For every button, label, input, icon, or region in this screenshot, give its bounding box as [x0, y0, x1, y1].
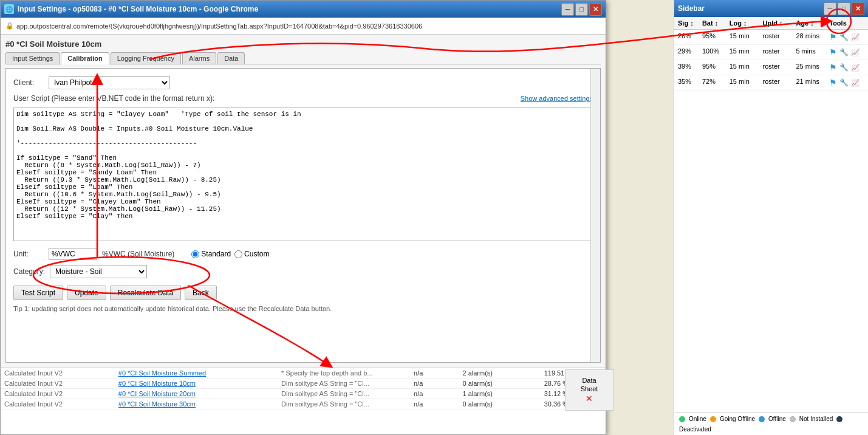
offline-label: Offline: [768, 416, 786, 422]
row2-name[interactable]: #0 *CI Soil Moisture 10cm: [115, 378, 278, 389]
unit-input[interactable]: [49, 248, 97, 260]
page-title: #0 *CI Soil Moisture 10cm: [5, 39, 601, 49]
row4-wrench-icon[interactable]: 🔧: [839, 78, 849, 87]
row1-name[interactable]: #0 *CI Soil Moisture Summed: [115, 368, 278, 378]
unit-display: %VWC (Soil Moisture): [102, 250, 174, 258]
calibration-panel: Client: Ivan Philpot User Script (Please…: [5, 68, 601, 363]
table-row: Calculated Input V2 #0 *CI Soil Moisture…: [1, 368, 606, 378]
unit-label: Unit:: [13, 250, 44, 258]
tab-calibration[interactable]: Calibration: [61, 52, 109, 64]
sidebar-spacer: [674, 91, 868, 413]
deactivated-label: Deactivated: [679, 426, 711, 433]
row4-script: Dim soiltype AS String = "Cl...: [278, 399, 410, 409]
window-title: Input Settings - op50083 - #0 *CI Soil M…: [18, 5, 258, 13]
tab-input-settings[interactable]: Input Settings: [5, 52, 60, 64]
category-label: Category:: [13, 267, 45, 276]
sidebar-title-bar: Sidebar ─ □ ✕: [674, 0, 868, 17]
row1-log: 15 min: [726, 31, 759, 43]
row1-flag-icon[interactable]: ⚑: [829, 32, 837, 42]
sidebar-col-headers: Sig ↕ Bat ↕ Log ↕ Upld ↕ Age ↕ Tools: [674, 17, 868, 30]
sidebar-row-2: 29% 100% 15 min roster 5 mins ⚑ 🔧 📈: [674, 45, 868, 60]
maximize-button[interactable]: □: [575, 3, 588, 16]
row4-age: 21 mins: [792, 77, 825, 89]
tab-alarms[interactable]: Alarms: [182, 52, 216, 64]
row4-type: Calculated Input V2: [1, 399, 115, 409]
row2-chart-icon[interactable]: 📈: [851, 49, 859, 57]
col-sig[interactable]: Sig ↕: [674, 18, 699, 28]
data-sheet-panel[interactable]: Data Sheet ✕: [565, 369, 613, 411]
col-log[interactable]: Log ↕: [726, 18, 759, 28]
col-tools: Tools: [825, 18, 868, 28]
tab-logging-frequency[interactable]: Logging Frequency: [111, 52, 181, 64]
row2-type: Calculated Input V2: [1, 378, 115, 389]
row3-chart-icon[interactable]: 📈: [851, 64, 859, 72]
table-row: Calculated Input V2 #0 *CI Soil Moisture…: [1, 389, 606, 399]
row3-flag-icon[interactable]: ⚑: [829, 63, 837, 72]
status-legend: Online Going Offline Offline Not Install…: [674, 413, 868, 435]
row2-script: Dim soiltype AS String = "Cl...: [278, 378, 410, 389]
row2-log: 15 min: [726, 46, 759, 58]
row2-sig: 29%: [674, 46, 699, 58]
row4-sig: 35%: [674, 77, 699, 89]
minimize-button[interactable]: ─: [561, 3, 574, 16]
going-offline-label: Going Offline: [720, 416, 755, 422]
sidebar-row-3: 39% 95% 15 min roster 25 mins ⚑ 🔧 📈: [674, 60, 868, 75]
row1-script: * Specify the top depth and b...: [278, 368, 410, 378]
row4-alarms: 0 alarm(s): [459, 399, 541, 409]
sidebar-minimize[interactable]: ─: [824, 2, 836, 15]
col-upld[interactable]: Upld ↕: [759, 18, 793, 28]
row4-name[interactable]: #0 *CI Soil Moisture 30cm: [115, 399, 278, 409]
radio-custom-input[interactable]: [234, 250, 242, 258]
radio-standard[interactable]: Standard: [191, 250, 231, 258]
right-sidebar: Sidebar ─ □ ✕ Sig ↕ Bat ↕ Log ↕ Upld ↕: [674, 0, 868, 435]
main-window: 🌐 Input Settings - op50083 - #0 *CI Soil…: [0, 0, 606, 435]
col-bat[interactable]: Bat ↕: [699, 18, 726, 28]
row2-wrench-icon[interactable]: 🔧: [839, 48, 849, 57]
row3-age: 25 mins: [792, 61, 825, 74]
radio-custom-label: Custom: [244, 250, 269, 258]
row4-flag-icon[interactable]: ⚑: [829, 78, 837, 87]
sidebar-close[interactable]: ✕: [852, 2, 864, 15]
row3-tools: ⚑ 🔧 📈: [825, 61, 868, 74]
row1-sig: 26%: [674, 31, 699, 43]
panel-scrollbar[interactable]: [590, 69, 600, 362]
close-button[interactable]: ✕: [589, 3, 602, 16]
recalculate-button[interactable]: Recalculate Data: [110, 286, 181, 300]
sidebar-maximize[interactable]: □: [838, 2, 850, 15]
category-select[interactable]: Moisture - Soil: [50, 265, 147, 278]
test-script-button[interactable]: Test Script: [13, 286, 63, 300]
script-textarea[interactable]: Dim soiltype AS String = "Clayey Loam" '…: [13, 108, 593, 241]
row3-wrench-icon[interactable]: 🔧: [839, 63, 849, 72]
address-bar: 🔒 app.outpostcentral.com/remote/(S(vkqro…: [1, 18, 606, 35]
tip-content: Tip 1: updating script does not automati…: [13, 305, 332, 312]
radio-custom[interactable]: Custom: [234, 250, 269, 258]
tab-data[interactable]: Data: [217, 52, 245, 64]
tip-text: Tip 1: updating script does not automati…: [13, 305, 593, 312]
data-table: Calculated Input V2 #0 *CI Soil Moisture…: [1, 368, 606, 409]
back-button[interactable]: Back: [185, 286, 217, 300]
row2-flag-icon[interactable]: ⚑: [829, 47, 837, 57]
row4-bat: 72%: [699, 77, 726, 89]
row1-chart-icon[interactable]: 📈: [851, 33, 859, 41]
data-sheet-close[interactable]: ✕: [586, 394, 593, 403]
row1-tools: ⚑ 🔧 📈: [825, 31, 868, 43]
data-sheet-label: Data: [582, 377, 596, 384]
title-controls: ─ □ ✕: [561, 3, 602, 16]
show-advanced-link[interactable]: Show advanced settings: [521, 95, 593, 102]
row2-age: 5 mins: [792, 46, 825, 58]
update-button[interactable]: Update: [67, 286, 106, 300]
deactivated-dot: [836, 416, 842, 422]
row3-name[interactable]: #0 *CI Soil Moisture 20cm: [115, 389, 278, 399]
row1-age: 28 mins: [792, 31, 825, 43]
row1-wrench-icon[interactable]: 🔧: [839, 33, 849, 41]
row2-alarms: 0 alarm(s): [459, 378, 541, 389]
row4-chart-icon[interactable]: 📈: [851, 79, 859, 87]
col-age[interactable]: Age ↕: [792, 18, 825, 28]
title-bar: 🌐 Input Settings - op50083 - #0 *CI Soil…: [1, 1, 606, 18]
radio-standard-input[interactable]: [191, 250, 199, 258]
client-select[interactable]: Ivan Philpot: [49, 76, 170, 89]
row2-upld: roster: [759, 46, 793, 58]
data-sheet-label2: Sheet: [581, 385, 598, 392]
row1-bat: 95%: [699, 31, 726, 43]
client-row: Client: Ivan Philpot: [13, 76, 593, 89]
